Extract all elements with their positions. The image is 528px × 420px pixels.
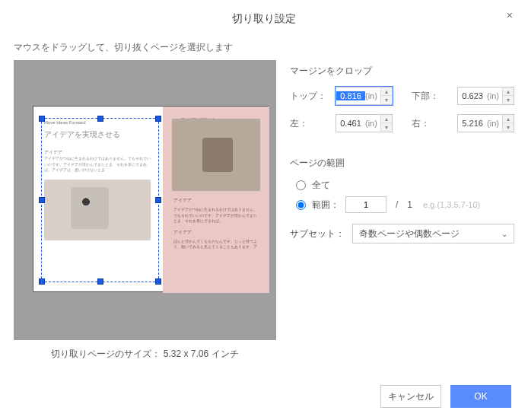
spin-down-icon[interactable]: ▼ bbox=[503, 123, 514, 132]
radio-page-range[interactable] bbox=[296, 200, 306, 210]
label-page-range: 範囲： bbox=[312, 199, 339, 212]
dialog-titlebar: 切り取り設定 × bbox=[0, 0, 528, 30]
radio-all-pages[interactable] bbox=[296, 180, 306, 190]
crop-rectangle[interactable] bbox=[41, 118, 159, 282]
chevron-down-icon: ⌄ bbox=[501, 230, 507, 238]
input-margin-right[interactable]: 5.216 (in) ▲ ▼ bbox=[457, 114, 514, 132]
spin-up-icon[interactable]: ▲ bbox=[503, 88, 514, 96]
spin-down-icon[interactable]: ▼ bbox=[503, 96, 514, 104]
input-margin-left[interactable]: 0.461 (in) ▲ ▼ bbox=[336, 114, 393, 132]
dialog-instruction: マウスをドラッグして、切り抜くページを選択します bbox=[0, 30, 528, 60]
crop-handle-bottom-right[interactable] bbox=[155, 278, 161, 285]
spin-up-icon[interactable]: ▲ bbox=[381, 88, 392, 96]
preview-photo-right bbox=[172, 119, 260, 191]
crop-size-readout: 切り取りページのサイズ： 5.32 x 7.06 インチ bbox=[14, 340, 276, 361]
crop-handle-top-right[interactable] bbox=[155, 116, 161, 122]
dialog-title: 切り取り設定 bbox=[232, 12, 296, 24]
label-subset: サブセット： bbox=[290, 228, 345, 240]
cancel-button[interactable]: キャンセル bbox=[380, 385, 441, 408]
select-subset[interactable]: 奇数ページや偶数ページ ⌄ bbox=[352, 224, 514, 243]
crop-handle-top-left[interactable] bbox=[39, 116, 45, 122]
close-icon[interactable]: × bbox=[507, 9, 513, 21]
spin-up-icon[interactable]: ▲ bbox=[381, 115, 392, 123]
crop-handle-top-mid[interactable] bbox=[97, 116, 103, 122]
label-bottom: 下部： bbox=[412, 90, 450, 103]
spin-down-icon[interactable]: ▼ bbox=[381, 96, 392, 104]
section-margins: マージンをクロップ bbox=[290, 65, 514, 78]
section-page-range: ページの範囲 bbox=[290, 157, 514, 170]
page-range-example: e.g.(1,3,5,7-10) bbox=[423, 200, 480, 209]
crop-handle-mid-left[interactable] bbox=[39, 197, 45, 203]
input-margin-top[interactable]: 0.816 (in) ▲ ▼ bbox=[336, 87, 393, 105]
label-right: 右： bbox=[412, 117, 450, 130]
label-left: 左： bbox=[290, 117, 328, 130]
label-all-pages: 全て bbox=[312, 179, 330, 192]
spin-up-icon[interactable]: ▲ bbox=[503, 115, 514, 123]
total-pages: 1 bbox=[407, 199, 412, 210]
ok-button[interactable]: OK bbox=[450, 385, 511, 408]
crop-handle-mid-right[interactable] bbox=[155, 197, 161, 203]
crop-handle-bottom-mid[interactable] bbox=[97, 278, 103, 285]
spin-down-icon[interactable]: ▼ bbox=[381, 123, 392, 132]
input-page-range[interactable] bbox=[345, 196, 386, 213]
crop-handle-bottom-left[interactable] bbox=[39, 278, 45, 285]
crop-preview[interactable]: Move Ideas Forward アイデアを実現させる アイデア アイデアが… bbox=[14, 60, 276, 340]
input-margin-bottom[interactable]: 0.623 (in) ▲ ▼ bbox=[457, 87, 514, 105]
label-top: トップ： bbox=[290, 90, 328, 103]
